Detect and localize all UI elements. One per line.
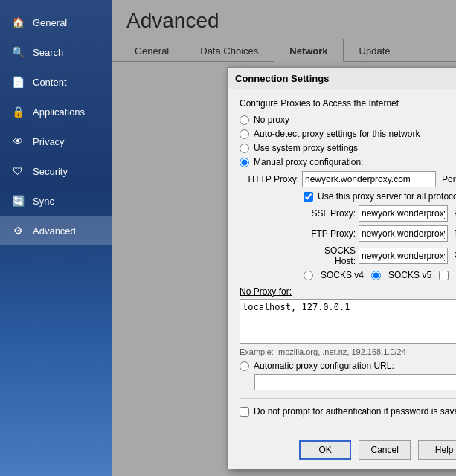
no-proxy-for-label: No Proxy for:: [240, 286, 456, 297]
main-content: Advanced General Data Choices Network Up…: [112, 0, 456, 476]
use-all-protocols-checkbox[interactable]: [304, 192, 313, 202]
manual-label[interactable]: Manual proxy configuration:: [254, 157, 363, 167]
auto-proxy-input-row: Reload: [254, 374, 456, 390]
auto-url-radio[interactable]: [240, 361, 249, 371]
do-not-prompt-checkbox[interactable]: [240, 407, 249, 416]
dialog-footer: OK Cancel Help: [228, 433, 456, 469]
no-proxy-section: No Proxy for: localhost, 127.0.0.1 Examp…: [240, 286, 456, 356]
do-not-prompt-row: Do not prompt for authentication if pass…: [240, 406, 456, 416]
sidebar-item-label: Search: [33, 47, 63, 58]
no-proxy-row: No proxy: [240, 115, 456, 125]
auto-detect-radio[interactable]: [240, 129, 249, 139]
http-proxy-input[interactable]: [302, 171, 436, 187]
dialog-title-bar: Connection Settings ✕: [228, 68, 456, 89]
manual-row: Manual proxy configuration:: [240, 157, 456, 167]
example-text: Example: .mozilla.org, .net.nz, 192.168.…: [240, 347, 456, 356]
ssl-proxy-label: SSL Proxy:: [304, 208, 356, 219]
sidebar-item-privacy[interactable]: 👁 Privacy: [0, 126, 112, 156]
sidebar-item-label: Privacy: [33, 136, 65, 147]
socks-host-row: SOCKS Host: Port: ▲ ▼: [304, 245, 456, 266]
sidebar-item-general[interactable]: 🏠 General: [0, 7, 112, 37]
socks4-radio[interactable]: [304, 271, 313, 280]
no-proxy-radio[interactable]: [240, 115, 249, 125]
privacy-icon: 👁: [10, 134, 25, 149]
dialog-separator: [240, 398, 456, 399]
search-icon: 🔍: [10, 45, 25, 60]
dialog-title: Connection Settings: [235, 73, 329, 84]
sidebar-item-label: General: [33, 17, 67, 28]
sidebar-item-content[interactable]: 📄 Content: [0, 67, 112, 97]
manual-radio[interactable]: [240, 158, 249, 167]
use-system-label[interactable]: Use system proxy settings: [254, 143, 358, 153]
dialog-overlay: Connection Settings ✕ Configure Proxies …: [112, 0, 456, 476]
auto-detect-row: Auto-detect proxy settings for this netw…: [240, 129, 456, 139]
security-icon: 🛡: [10, 164, 25, 178]
ssl-proxy-input[interactable]: [359, 205, 448, 222]
auto-detect-label[interactable]: Auto-detect proxy settings for this netw…: [254, 129, 420, 139]
advanced-icon: ⚙: [10, 223, 25, 238]
socks-host-input[interactable]: [359, 248, 448, 264]
sidebar-item-label: Advanced: [33, 225, 76, 237]
use-all-protocols-label[interactable]: Use this proxy server for all protocols: [318, 191, 456, 202]
sidebar-item-sync[interactable]: 🔄 Sync: [0, 186, 112, 216]
no-proxy-textarea[interactable]: localhost, 127.0.0.1: [240, 299, 456, 344]
ftp-proxy-label: FTP Proxy:: [304, 228, 356, 239]
sync-icon: 🔄: [10, 193, 25, 208]
no-proxy-label[interactable]: No proxy: [254, 115, 289, 125]
auto-proxy-url-input[interactable]: [254, 374, 456, 390]
ftp-proxy-input[interactable]: [359, 225, 448, 242]
socks-version-row: SOCKS v4 SOCKS v5 Remote DNS: [304, 270, 456, 280]
socks-host-label: SOCKS Host:: [304, 245, 356, 266]
ok-button[interactable]: OK: [299, 440, 351, 460]
content-icon: 📄: [10, 74, 25, 89]
use-proxy-checkbox-row: Use this proxy server for all protocols: [304, 191, 456, 202]
use-system-radio[interactable]: [240, 144, 249, 153]
applications-icon: 🔒: [10, 104, 25, 119]
sidebar-item-applications[interactable]: 🔒 Applications: [0, 97, 112, 126]
sidebar-item-search[interactable]: 🔍 Search: [0, 37, 112, 67]
sidebar-item-label: Applications: [33, 106, 85, 118]
auto-proxy-label[interactable]: Automatic proxy configuration URL:: [254, 361, 394, 371]
sidebar: 🏠 General 🔍 Search 📄 Content 🔒 Applicati…: [0, 0, 112, 476]
ssl-proxy-row: SSL Proxy: Port: ▲ ▼: [304, 205, 456, 222]
use-system-row: Use system proxy settings: [240, 143, 456, 153]
help-button[interactable]: Help: [418, 440, 456, 460]
general-icon: 🏠: [10, 15, 25, 30]
socks4-label[interactable]: SOCKS v4: [321, 270, 364, 280]
sidebar-item-advanced[interactable]: ⚙ Advanced: [0, 216, 112, 245]
http-port-label: Port:: [442, 174, 456, 184]
do-not-prompt-label[interactable]: Do not prompt for authentication if pass…: [254, 406, 456, 416]
connection-settings-dialog: Connection Settings ✕ Configure Proxies …: [227, 67, 456, 469]
cancel-button[interactable]: Cancel: [359, 440, 411, 460]
auto-proxy-row: Automatic proxy configuration URL:: [240, 361, 456, 371]
remote-dns-checkbox[interactable]: [439, 271, 449, 280]
sidebar-item-security[interactable]: 🛡 Security: [0, 156, 112, 186]
ftp-proxy-row: FTP Proxy: Port: ▲ ▼: [304, 225, 456, 242]
socks5-radio[interactable]: [371, 271, 381, 280]
http-proxy-row: HTTP Proxy: Port: ▲ ▼: [240, 171, 456, 187]
socks5-label[interactable]: SOCKS v5: [388, 270, 431, 280]
sidebar-item-label: Security: [33, 166, 68, 177]
configure-label: Configure Proxies to Access the Internet: [240, 98, 456, 109]
dialog-body: Configure Proxies to Access the Internet…: [228, 89, 456, 433]
http-proxy-label: HTTP Proxy:: [240, 174, 299, 184]
sidebar-item-label: Content: [33, 77, 67, 88]
sidebar-item-label: Sync: [33, 196, 54, 207]
